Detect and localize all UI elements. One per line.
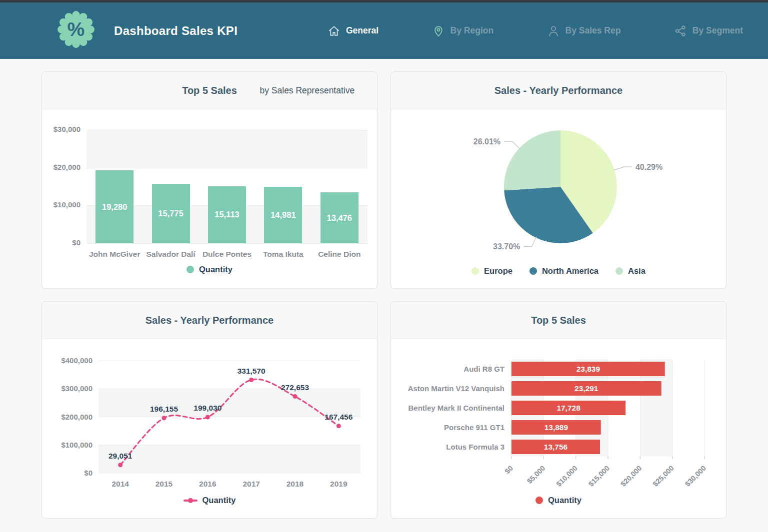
bar-value-label: 23,839 [576,365,600,373]
point-value-label: 167,456 [324,413,352,421]
card-header: Sales - Yearly Performance [42,302,377,339]
y-axis-tick-label: $300,000 [61,384,92,393]
y-axis-tick-label: $0 [42,238,80,247]
x-axis-category-label: Salvador Dalí [142,250,198,259]
bar-dulce-pontes[interactable]: 15,113 [208,186,246,243]
y-axis-category-label: Lotus Formula 3 [446,443,504,451]
gridline [86,168,368,168]
x-axis-tick-label: 2015 [156,480,173,488]
point-value-label: 331,570 [238,367,266,375]
bar-value-label: 14,981 [270,210,296,220]
bar-value-label: 23,291 [574,384,598,393]
x-axis-tick-label: $30,000 [684,464,708,488]
bar-value-label: 13,889 [544,423,568,432]
plot-band [672,359,704,457]
x-axis-category-label: Toma Ikuta [255,250,311,259]
point-value-label: 199,030 [194,404,222,412]
nav-item-by-sales-rep[interactable]: By Sales Rep [547,24,621,37]
bar-value-label: 17,728 [556,404,580,412]
bar-toma-ikuta[interactable]: 14,981 [264,187,302,243]
pie-slice-pct-label: 40.29% [636,163,662,171]
pie-slice-pct-label: 26.01% [474,137,500,146]
bar-value-label: 19,280 [102,202,127,212]
x-axis-tick-label: 2014 [112,480,129,488]
legend-label-asia: Asia [628,266,646,276]
card-top5-sales-products: Top 5 Sales $0$5,000$10,000$15,000$20,00… [390,301,726,519]
bar-celine-dion[interactable]: 13,476 [320,192,358,243]
legend-marker-quantity [536,497,543,504]
legend-label-quantity: Quantity [202,496,236,505]
x-axis-tick-label: 2017 [242,480,260,488]
y-axis-tick-label: $100,000 [61,441,92,449]
bar-chart-plot: $0$10,000$20,000$30,00019,280John McGive… [42,109,377,288]
nav-item-by-segment[interactable]: By Segment [674,24,743,37]
x-axis-tick-label: $10,000 [554,464,578,488]
legend-marker-asia [616,267,623,275]
home-icon [328,24,340,37]
nav-label-general: General [346,25,378,36]
card-header: Top 5 Sales [391,302,726,339]
percent-badge-icon: % [57,9,95,50]
y-axis-tick-label: $20,000 [42,163,80,171]
legend-item-north-america: North America [530,266,598,276]
bar-value-label: 13,476 [327,213,352,223]
legend-label-europe: Europe [484,266,512,276]
card-sales-yearly-pie: Sales - Yearly Performance 40.29%33.70%2… [390,71,726,289]
legend-label-quantity: Quantity [199,265,232,274]
line-point-2016[interactable] [206,415,210,420]
x-axis-tick-label: $15,000 [587,464,611,488]
app-header: % Dashboard Sales KPI General By Region … [0,2,768,59]
y-axis-tick-label: $0 [84,469,92,477]
nav-item-general[interactable]: General [328,24,378,37]
x-axis-tick-label: 2018 [286,480,304,488]
card-title: Top 5 Sales [182,85,237,96]
pie-slice-asia[interactable] [504,130,560,190]
legend-marker-north-america [530,267,537,275]
bar-value-label: 15,113 [214,210,240,219]
card-sales-yearly-line: Sales - Yearly Performance $0$100,000$20… [42,301,378,519]
main-nav: General By Region By Sales Rep By Segmen… [328,2,743,59]
bar-salvador-dal[interactable]: 15,775 [152,184,190,243]
y-axis-tick-label: $30,000 [42,125,80,133]
pie-slice-pct-label: 33.70% [493,242,520,251]
pie-label-leader-line [524,237,536,247]
chart-legend: Europe North America Asia [391,266,726,276]
line-point-2015[interactable] [162,416,166,420]
hbar-chart-area: $0$5,000$10,000$15,000$20,000$25,000$30,… [391,339,726,518]
plot-band [98,361,360,389]
segment-share-icon [674,24,687,37]
bar-chart-area: $0$10,000$20,000$30,00019,280John McGive… [42,109,377,288]
legend-marker-quantity [186,266,194,273]
plot-band [86,130,368,168]
legend-label-north-america: North America [542,266,598,276]
nav-item-by-region[interactable]: By Region [432,24,494,37]
person-icon [547,24,560,37]
y-axis-category-label: Porsche 911 GT1 [444,423,504,432]
bar-value-label: 13,756 [544,443,568,451]
line-point-2019[interactable] [336,424,341,428]
x-axis-tick-label: $5,000 [526,464,547,486]
chart-legend: Quantity [391,496,726,505]
y-axis-tick-label: $400,000 [61,356,92,365]
y-axis-category-label: Bentley Mark II Continental [408,404,504,412]
y-axis-category-label: Audi R8 GT [464,365,504,373]
x-axis-tick-label: $25,000 [651,464,675,488]
legend-item-europe: Europe [472,266,512,276]
pie-label-leader-line [504,141,520,149]
bar-john-mcgiver[interactable]: 19,280 [96,170,134,243]
y-axis-tick-label: $200,000 [61,413,92,421]
y-axis-tick-label: $10,000 [42,200,80,209]
card-top5-sales-by-rep: Top 5 Sales by Sales Representative $0$1… [42,71,378,289]
nav-label-by-sales-rep: By Sales Rep [566,25,621,36]
line-point-2017[interactable] [249,378,254,382]
point-value-label: 29,051 [108,452,132,460]
line-chart-plot: $0$100,000$200,000$300,000$400,00029,051… [42,339,377,494]
x-axis-tick-label: $20,000 [619,464,643,488]
line-point-2018[interactable] [293,394,298,399]
gridline [86,243,368,244]
legend-marker-europe [472,267,479,275]
point-value-label: 196,155 [150,405,178,413]
card-header: Sales - Yearly Performance [391,72,726,109]
legend-label-quantity: Quantity [548,496,582,505]
line-point-2014[interactable] [118,463,122,467]
